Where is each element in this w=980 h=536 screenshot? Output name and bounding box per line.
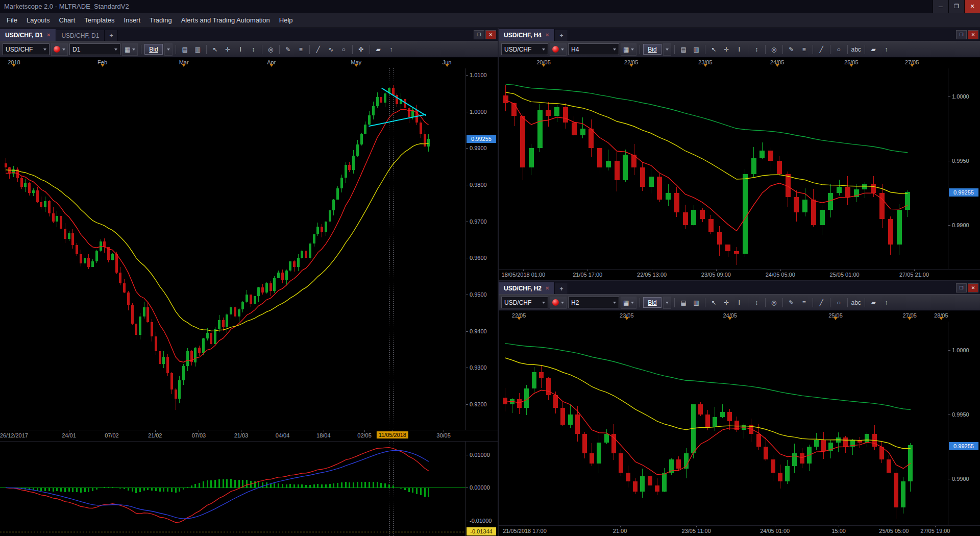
trendline-icon[interactable]: ╱ xyxy=(312,43,324,55)
y-axis-label: 0.9200 xyxy=(470,401,487,407)
chart-plot-area[interactable] xyxy=(499,322,948,525)
bid-button[interactable]: Bid xyxy=(643,297,661,308)
bid-button[interactable]: Bid xyxy=(144,44,162,55)
curve-icon[interactable]: ∿ xyxy=(325,43,337,55)
period-select[interactable]: H2 xyxy=(568,297,619,308)
menu-item-layouts[interactable]: Layouts xyxy=(22,14,55,27)
trendline-icon[interactable]: ╱ xyxy=(816,43,827,55)
tab-usdchf-h4[interactable]: USD/CHF, H4✕ xyxy=(499,29,555,41)
label-icon[interactable]: abc xyxy=(850,297,862,308)
indicators-icon[interactable]: ≡ xyxy=(798,43,810,55)
menu-item-templates[interactable]: Templates xyxy=(80,14,119,27)
bid-ask-select[interactable] xyxy=(663,297,671,309)
ellipse-icon[interactable]: ○ xyxy=(833,43,845,55)
period-select[interactable]: H4 xyxy=(568,43,619,55)
ellipse-icon[interactable]: ○ xyxy=(338,43,350,55)
text-cursor-icon[interactable]: Ⅰ xyxy=(733,43,745,55)
crosshair-icon[interactable]: ✛ xyxy=(222,43,234,55)
close-icon[interactable]: ✕ xyxy=(968,283,978,293)
text-cursor-icon[interactable]: Ⅰ xyxy=(733,297,745,308)
bid-button[interactable]: Bid xyxy=(643,44,661,55)
bid-ask-select[interactable] xyxy=(164,43,173,56)
tab-close-icon[interactable]: ✕ xyxy=(545,285,549,291)
minimize-icon[interactable]: ─ xyxy=(933,0,948,13)
restore-icon[interactable]: ❐ xyxy=(956,283,967,293)
restore-icon[interactable]: ❐ xyxy=(948,0,964,13)
page-setup-icon[interactable]: ▥ xyxy=(691,43,702,55)
eraser-icon[interactable]: ▰ xyxy=(373,43,384,55)
symbol-select[interactable]: USD/CHF xyxy=(3,43,50,55)
period-select[interactable]: D1 xyxy=(69,43,120,55)
text-cursor-icon[interactable]: Ⅰ xyxy=(235,43,247,55)
globe-icon[interactable]: ◎ xyxy=(768,297,780,308)
eraser-icon[interactable]: ▰ xyxy=(868,43,879,55)
trendline-icon[interactable]: ╱ xyxy=(816,297,827,308)
new-order-button[interactable] xyxy=(51,43,68,56)
chart-plot-area[interactable] xyxy=(499,68,948,269)
menu-item-help[interactable]: Help xyxy=(275,14,298,27)
share-icon[interactable]: ↑ xyxy=(880,297,892,308)
menu-item-chart[interactable]: Chart xyxy=(55,14,80,27)
eraser-icon[interactable]: ▰ xyxy=(868,297,879,308)
new-tab-button[interactable]: + xyxy=(555,30,568,41)
chart-type-button[interactable]: ▦ xyxy=(621,43,636,56)
globe-icon[interactable]: ◎ xyxy=(768,43,780,55)
close-icon[interactable]: ✕ xyxy=(968,30,978,39)
chart-window-usdchf-d1: USD/CHF, D1✕USD/CHF, D1+ ❐✕ USD/CHF D1 ▦… xyxy=(0,28,498,536)
new-order-button[interactable] xyxy=(550,43,567,56)
resize-icon[interactable]: ↕ xyxy=(751,297,763,308)
candlestick-svg xyxy=(499,68,948,269)
tab-usdchf-d1[interactable]: USD/CHF, D1✕ xyxy=(0,29,56,41)
tab-close-icon[interactable]: ✕ xyxy=(545,32,549,38)
draw-icon[interactable]: ✎ xyxy=(282,43,294,55)
print-icon[interactable]: ▤ xyxy=(678,43,690,55)
indicator-plot-area[interactable] xyxy=(0,442,465,536)
indicators-icon[interactable]: ≡ xyxy=(295,43,307,55)
indicators-icon[interactable]: ≡ xyxy=(798,297,810,308)
symbol-select[interactable]: USD/CHF xyxy=(501,297,548,308)
print-icon[interactable]: ▤ xyxy=(678,297,690,308)
new-order-button[interactable] xyxy=(550,297,567,309)
crosshair-icon[interactable]: ✛ xyxy=(721,43,732,55)
resize-icon[interactable]: ↕ xyxy=(248,43,259,55)
tab-usdchf-d1[interactable]: USD/CHF, D1 xyxy=(56,30,105,41)
menu-item-insert[interactable]: Insert xyxy=(119,14,145,27)
ellipse-icon[interactable]: ○ xyxy=(833,297,845,308)
restore-icon[interactable]: ❐ xyxy=(474,30,484,39)
restore-icon[interactable]: ❐ xyxy=(956,30,967,39)
axis-tick xyxy=(948,415,950,415)
page-setup-icon[interactable]: ▥ xyxy=(691,297,702,308)
chart-plot-area[interactable] xyxy=(0,68,465,430)
resize-icon[interactable]: ↕ xyxy=(751,43,763,55)
marker-icon[interactable]: ✜ xyxy=(355,43,367,55)
new-tab-button[interactable]: + xyxy=(105,30,118,41)
print-icon[interactable]: ▤ xyxy=(179,43,191,55)
menu-item-alerts-and-trading-automation[interactable]: Alerts and Trading Automation xyxy=(177,14,275,27)
globe-icon[interactable]: ◎ xyxy=(265,43,277,55)
axis-tick xyxy=(466,488,468,488)
bid-ask-select[interactable] xyxy=(663,43,671,56)
chart-type-button[interactable]: ▦ xyxy=(621,297,636,309)
menu-item-trading[interactable]: Trading xyxy=(145,14,177,27)
axis-tick xyxy=(935,526,936,527)
share-icon[interactable]: ↑ xyxy=(880,43,892,55)
chart-type-button[interactable]: ▦ xyxy=(122,43,138,56)
share-icon[interactable]: ↑ xyxy=(385,43,397,55)
page-setup-icon[interactable]: ▥ xyxy=(192,43,204,55)
selected-date-label: 11/05/2018 xyxy=(377,431,408,438)
cursor-icon[interactable]: ↖ xyxy=(209,43,221,55)
draw-icon[interactable]: ✎ xyxy=(786,297,797,308)
new-tab-button[interactable]: + xyxy=(555,283,568,294)
crosshair-icon[interactable]: ✛ xyxy=(721,297,732,308)
menu-item-file[interactable]: File xyxy=(2,14,22,27)
tab-usdchf-h2[interactable]: USD/CHF, H2✕ xyxy=(499,282,555,294)
tab-close-icon[interactable]: ✕ xyxy=(46,32,51,38)
label-icon[interactable]: abc xyxy=(850,43,862,55)
chart-window-usdchf-h4: USD/CHF, H4✕+ ❐✕ USD/CHF H4 ▦ Bid ▤▥↖✛Ⅰ↕… xyxy=(499,28,980,280)
close-icon[interactable]: ✕ xyxy=(485,30,496,39)
cursor-icon[interactable]: ↖ xyxy=(708,43,720,55)
close-icon[interactable]: ✕ xyxy=(964,0,980,13)
cursor-icon[interactable]: ↖ xyxy=(708,297,720,308)
draw-icon[interactable]: ✎ xyxy=(786,43,797,55)
symbol-select[interactable]: USD/CHF xyxy=(501,43,548,55)
